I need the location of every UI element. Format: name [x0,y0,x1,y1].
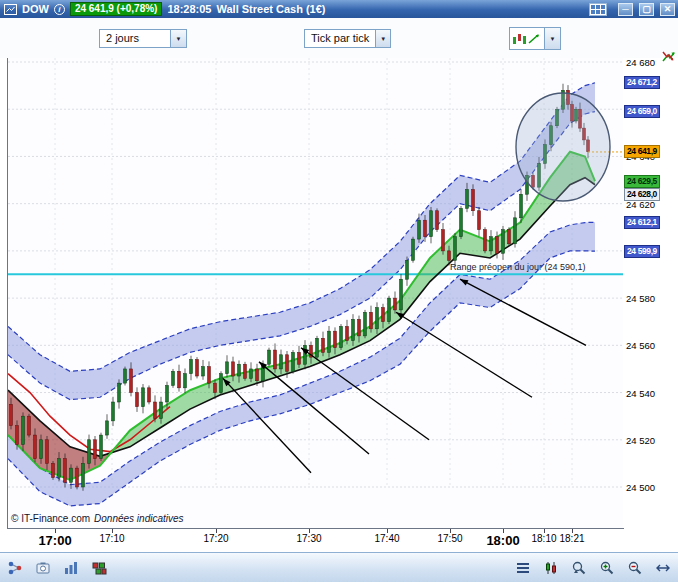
price-change-badge: 24 641,9 (+0,78%) [70,2,163,16]
pan-arrows-button[interactable] [652,557,674,579]
columns-icon [63,560,79,576]
share-icon [7,560,23,576]
price-badge-white: 24 628,0 [624,188,660,201]
chart-style-icon [510,28,544,49]
snapshot-icon [35,560,51,576]
chart-plot-area[interactable]: Range préopen du jour (24 590,1) © IT-Fi… [8,58,623,528]
price-tick: 24 560 [626,340,655,351]
chevron-down-icon[interactable]: ▼ [375,30,390,47]
chart-window: DOW i 24 641,9 (+0,78%) 18:28:05 Wall St… [0,0,678,582]
time-tick-label: 18:10 [531,533,556,544]
time-tick-label: 18:21 [559,533,584,544]
chart-window-icon [4,4,17,15]
preopen-range-label: Range préopen du jour (24 590,1) [450,262,586,272]
period-dropdown[interactable]: 2 jours ▼ [99,29,187,48]
price-badge-green: 24 629,5 [624,175,660,188]
chart-type-button[interactable]: ▼ [509,27,561,50]
time-tick-label: 17:20 [203,533,228,544]
chart-canvas[interactable]: Range préopen du jour (24 590,1) [8,58,623,528]
clock-time: 18:28:05 [167,3,211,15]
period-value: 2 jours [100,30,170,47]
zoom-cursor-button[interactable] [568,557,590,579]
zoom-in-button[interactable] [596,557,618,579]
copyright-note: Données indicatives [94,513,184,524]
chevron-down-icon[interactable]: ▼ [544,28,560,49]
price-tick: 24 540 [626,387,655,398]
price-tick: 24 580 [626,293,655,304]
price-axis[interactable]: 24 68024 66024 64024 62024 60024 58024 5… [624,58,660,528]
info-icon[interactable]: i [54,4,65,15]
quotes-panel-icon[interactable] [661,48,677,65]
bottom-toolbar [0,552,678,582]
window-titlebar: DOW i 24 641,9 (+0,78%) 18:28:05 Wall St… [0,0,678,18]
price-badge-orange: 24 641,9 [624,145,660,158]
zoom-out-button[interactable] [624,557,646,579]
chart-style-dropdown[interactable]: Tick par tick ▼ [304,29,391,48]
workspace-grid-icon[interactable] [589,3,607,16]
bricks-button[interactable] [88,557,110,579]
time-tick-label: 18:00 [486,533,519,548]
bricks-icon [91,560,107,576]
zoom-in-icon [599,560,615,576]
price-badge-blue: 24 599,9 [624,245,660,258]
time-tick-label: 17:30 [296,533,321,544]
menu-icon [515,560,531,576]
zoom-cursor-icon [571,560,587,576]
time-tick-label: 17:00 [38,533,71,548]
bottom-toolbar-right [512,557,674,579]
instrument-label: Wall Street Cash (1€) [217,3,326,15]
candlestick-chart-button[interactable] [540,557,562,579]
zoom-out-icon [627,560,643,576]
time-tick-label: 17:40 [374,533,399,544]
copyright-notice: © IT-Finance.comDonnées indicatives [11,513,184,524]
chevron-down-icon[interactable]: ▼ [170,30,186,47]
pan-arrows-icon [655,560,671,576]
bottom-toolbar-left [4,557,110,579]
columns-button[interactable] [60,557,82,579]
price-badge-blue: 24 612,1 [624,216,660,229]
time-tick-label: 17:10 [99,533,124,544]
chart-toolbar: 2 jours ▼ Tick par tick ▼ ▼ [0,18,678,58]
plot-left-border [7,58,8,529]
time-tick-label: 17:50 [437,533,462,544]
price-badge-blue: 24 671,2 [624,76,660,89]
menu-button[interactable] [512,557,534,579]
close-button[interactable]: ✕ [660,3,675,16]
candlestick-chart-icon [543,560,559,576]
price-badge-blue: 24 659,0 [624,105,660,118]
share-button[interactable] [4,557,26,579]
chart-style-value: Tick par tick [305,30,375,47]
time-axis[interactable]: 17:0017:1017:2017:3017:4017:5018:0018:10… [8,529,623,551]
price-tick: 24 500 [626,482,655,493]
symbol-label[interactable]: DOW [22,3,49,15]
snapshot-button[interactable] [32,557,54,579]
price-tick: 24 520 [626,434,655,445]
price-tick: 24 680 [626,57,655,68]
minimize-button[interactable]: ─ [618,3,633,16]
copyright-text: © IT-Finance.com [11,513,90,524]
ellipse-annotation[interactable] [516,93,610,201]
maximize-button[interactable]: ▢ [639,3,654,16]
